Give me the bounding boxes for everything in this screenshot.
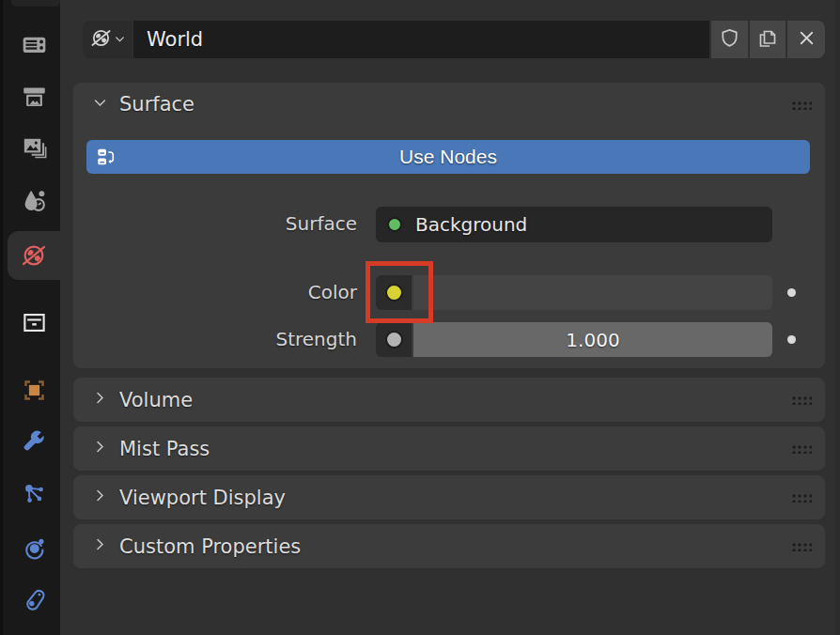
tab-scene-properties[interactable] xyxy=(8,176,60,225)
color-swatch-field[interactable] xyxy=(413,275,772,310)
shield-icon xyxy=(719,27,740,52)
viewport-display-panel: Viewport Display xyxy=(73,475,825,519)
fake-user-button[interactable] xyxy=(711,21,748,58)
strength-slider[interactable]: 1.000 xyxy=(413,322,772,357)
tab-view-layer-properties[interactable] xyxy=(8,124,60,173)
color-row-label: Color xyxy=(73,281,357,303)
annotation-highlight-box xyxy=(366,261,433,323)
blender-properties-editor: World Surface xyxy=(0,0,840,635)
chevron-right-icon xyxy=(92,488,108,507)
world-name-field[interactable]: World xyxy=(133,21,709,58)
panel-drag-handle[interactable] xyxy=(790,100,812,110)
world-globe-icon xyxy=(21,242,47,269)
printer-icon xyxy=(22,85,47,110)
tab-render-properties[interactable] xyxy=(8,20,60,69)
editor-left-border xyxy=(0,0,3,635)
new-data-button[interactable] xyxy=(750,21,786,58)
shader-node-green-dot xyxy=(387,217,402,232)
use-nodes-label: Use Nodes xyxy=(399,146,497,168)
chevron-right-icon xyxy=(92,439,108,458)
chevron-right-icon xyxy=(92,390,108,410)
surface-shader-value: Background xyxy=(415,213,527,236)
world-name-value: World xyxy=(147,28,203,51)
panel-title: Viewport Display xyxy=(119,487,286,509)
custom-properties-panel: Custom Properties xyxy=(73,524,825,568)
tab-collection-properties[interactable] xyxy=(8,298,60,347)
strength-value: 1.000 xyxy=(566,329,619,351)
surface-panel: Surface Use Nodes Surface Background Col… xyxy=(73,83,825,368)
mist-pass-panel: Mist Pass xyxy=(73,426,825,471)
tab-output-properties[interactable] xyxy=(8,72,60,121)
gray-socket-icon xyxy=(385,331,403,348)
volume-panel-header[interactable]: Volume xyxy=(73,378,825,422)
object-square-icon xyxy=(22,378,47,403)
panel-drag-handle[interactable] xyxy=(790,443,812,454)
strength-row-label: Strength xyxy=(73,328,357,350)
panel-title: Volume xyxy=(119,389,193,411)
tab-object-properties[interactable] xyxy=(8,365,60,414)
tab-particle-properties[interactable] xyxy=(8,469,60,518)
constraint-icon xyxy=(22,587,47,612)
surface-shader-menu[interactable]: Background xyxy=(376,207,772,242)
use-nodes-button[interactable]: Use Nodes xyxy=(86,140,810,174)
panel-title: Custom Properties xyxy=(119,535,301,558)
copy-icon xyxy=(756,27,779,53)
tab-strip-overflow xyxy=(11,0,60,7)
viewport-display-panel-header[interactable]: Viewport Display xyxy=(73,475,825,519)
tab-modifier-properties[interactable] xyxy=(8,417,60,466)
chevron-down-icon xyxy=(114,31,126,49)
surface-panel-header[interactable]: Surface xyxy=(73,83,825,126)
mist-pass-panel-header[interactable]: Mist Pass xyxy=(73,426,825,471)
stacked-images-icon xyxy=(22,136,47,162)
particles-icon xyxy=(22,481,47,506)
x-icon xyxy=(796,27,817,52)
chevron-right-icon xyxy=(92,536,108,556)
node-tree-icon xyxy=(96,147,117,170)
scene-icon xyxy=(22,188,47,213)
unlink-data-button[interactable] xyxy=(787,21,825,58)
strength-input-socket[interactable] xyxy=(376,322,412,357)
world-id-selector[interactable] xyxy=(83,21,132,58)
wrench-icon xyxy=(22,429,47,455)
camera-render-icon xyxy=(22,32,47,57)
panel-drag-handle[interactable] xyxy=(790,492,812,503)
strength-animate-dot[interactable] xyxy=(787,335,796,344)
volume-panel: Volume xyxy=(73,378,825,422)
surface-row-label: Surface xyxy=(73,212,357,235)
panel-drag-handle[interactable] xyxy=(790,541,812,551)
custom-properties-panel-header[interactable]: Custom Properties xyxy=(73,524,825,568)
chevron-down-icon xyxy=(92,95,108,115)
tab-physics-properties[interactable] xyxy=(8,522,60,571)
tab-world-properties[interactable] xyxy=(8,231,60,280)
panel-title: Mist Pass xyxy=(119,438,210,460)
panel-title: Surface xyxy=(119,93,194,116)
panel-drag-handle[interactable] xyxy=(790,395,812,405)
collection-box-icon xyxy=(22,310,47,335)
properties-tab-bar xyxy=(0,0,60,635)
color-animate-dot[interactable] xyxy=(787,288,796,297)
editor-right-border xyxy=(835,0,840,635)
world-icon xyxy=(90,27,112,53)
physics-orbit-icon xyxy=(22,534,47,560)
tab-constraint-properties[interactable] xyxy=(8,575,60,624)
